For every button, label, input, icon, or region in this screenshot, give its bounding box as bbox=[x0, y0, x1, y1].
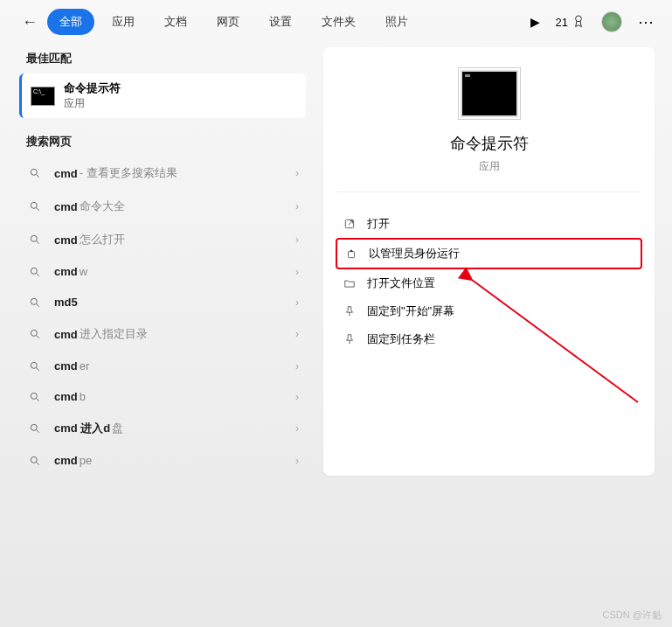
svg-point-17 bbox=[31, 424, 37, 430]
svg-line-4 bbox=[37, 208, 39, 211]
suggestion-6[interactable]: cmder › bbox=[17, 351, 306, 381]
svg-line-12 bbox=[37, 336, 39, 338]
best-match-header: 最佳匹配 bbox=[17, 44, 306, 73]
suggestion-9[interactable]: cmdpe › bbox=[17, 445, 306, 476]
svg-point-0 bbox=[576, 16, 582, 22]
svg-line-2 bbox=[37, 175, 39, 178]
svg-rect-22 bbox=[349, 252, 355, 258]
search-web-header: 搜索网页 bbox=[17, 127, 306, 157]
user-avatar[interactable] bbox=[601, 11, 622, 32]
action-pin[interactable]: 固定到"开始"屏幕 bbox=[336, 297, 642, 325]
svg-point-3 bbox=[31, 202, 37, 208]
action-label: 打开 bbox=[367, 216, 390, 232]
svg-point-15 bbox=[31, 393, 37, 399]
chevron-right-icon: › bbox=[295, 391, 299, 403]
header-right: ▶ 21 ⋯ bbox=[530, 11, 655, 32]
svg-line-18 bbox=[37, 430, 39, 433]
action-open[interactable]: 打开 bbox=[336, 210, 642, 238]
suggestion-label: cmd bbox=[54, 328, 78, 341]
chevron-right-icon: › bbox=[295, 360, 299, 373]
admin-icon bbox=[344, 247, 358, 260]
medal-icon bbox=[572, 14, 585, 31]
back-button[interactable]: ← bbox=[17, 13, 42, 31]
chevron-right-icon: › bbox=[295, 167, 299, 179]
suggestion-0[interactable]: cmd - 查看更多搜索结果 › bbox=[17, 157, 306, 190]
search-icon bbox=[28, 455, 42, 467]
chevron-right-icon: › bbox=[295, 328, 299, 340]
pin-icon bbox=[343, 333, 357, 345]
preview-subtitle: 应用 bbox=[336, 159, 642, 174]
search-icon bbox=[28, 328, 42, 340]
svg-point-1 bbox=[31, 169, 37, 175]
chevron-right-icon: › bbox=[295, 266, 299, 278]
preview-panel: 命令提示符 应用 打开 以管理员身份运行 打开文件位置 固定到"开始"屏幕 固定… bbox=[323, 47, 655, 476]
suggestion-3[interactable]: cmdw › bbox=[17, 256, 306, 287]
more-icon[interactable]: ⋯ bbox=[638, 12, 655, 31]
suggestion-label: cmd bbox=[54, 359, 78, 373]
search-icon bbox=[28, 200, 42, 212]
action-label: 固定到任务栏 bbox=[367, 331, 435, 347]
pin-icon bbox=[343, 305, 357, 317]
suggestion-label: cmd bbox=[54, 390, 78, 403]
folder-icon bbox=[343, 277, 357, 289]
svg-line-16 bbox=[37, 398, 39, 401]
best-match-title: 命令提示符 bbox=[64, 80, 121, 96]
svg-point-9 bbox=[31, 298, 37, 304]
svg-line-20 bbox=[37, 462, 39, 464]
suggestion-2[interactable]: cmd怎么打开 › bbox=[17, 223, 306, 256]
header-bar: ←全部应用文档网页设置文件夹照片 ▶ 21 ⋯ bbox=[0, 0, 672, 44]
chevron-right-icon: › bbox=[295, 233, 299, 246]
cmd-app-icon bbox=[31, 87, 55, 106]
rewards-count[interactable]: 21 bbox=[556, 14, 585, 31]
divider bbox=[337, 192, 641, 192]
suggestion-1[interactable]: cmd命令大全 › bbox=[17, 190, 306, 223]
play-icon[interactable]: ▶ bbox=[530, 15, 540, 29]
search-icon bbox=[28, 360, 42, 373]
action-label: 打开文件位置 bbox=[367, 275, 435, 291]
svg-point-5 bbox=[31, 235, 37, 241]
suggestion-label: cmd bbox=[54, 454, 78, 467]
search-icon bbox=[28, 296, 42, 309]
suggestion-label: cmd 进入d bbox=[54, 421, 110, 436]
chevron-right-icon: › bbox=[295, 455, 299, 467]
svg-point-19 bbox=[31, 456, 37, 463]
search-icon bbox=[28, 167, 42, 179]
action-label: 固定到"开始"屏幕 bbox=[367, 303, 454, 319]
svg-point-13 bbox=[31, 362, 37, 368]
search-icon bbox=[28, 233, 42, 246]
svg-line-6 bbox=[37, 241, 39, 244]
chevron-right-icon: › bbox=[295, 200, 299, 212]
suggestion-label: cmd bbox=[54, 233, 78, 247]
tab-3[interactable]: 网页 bbox=[204, 9, 252, 35]
tab-5[interactable]: 文件夹 bbox=[309, 9, 368, 35]
svg-line-14 bbox=[37, 367, 39, 370]
watermark: CSDN @许魁 bbox=[603, 609, 662, 622]
action-folder[interactable]: 打开文件位置 bbox=[336, 269, 642, 297]
suggestion-label: md5 bbox=[54, 296, 78, 309]
suggestion-label: cmd bbox=[54, 167, 78, 180]
svg-point-11 bbox=[31, 330, 37, 336]
suggestion-label: cmd bbox=[54, 200, 78, 213]
tab-4[interactable]: 设置 bbox=[257, 9, 304, 35]
suggestion-8[interactable]: cmd 进入d盘 › bbox=[17, 412, 306, 445]
search-icon bbox=[28, 266, 42, 278]
tab-6[interactable]: 照片 bbox=[373, 9, 420, 35]
search-icon bbox=[28, 422, 42, 435]
tab-1[interactable]: 应用 bbox=[100, 9, 147, 35]
best-match-item[interactable]: 命令提示符 应用 bbox=[19, 73, 306, 118]
action-pin[interactable]: 固定到任务栏 bbox=[336, 325, 642, 353]
preview-app-icon bbox=[461, 70, 518, 117]
svg-line-10 bbox=[37, 303, 39, 306]
tab-2[interactable]: 文档 bbox=[152, 9, 199, 35]
suggestion-5[interactable]: cmd进入指定目录 › bbox=[17, 317, 306, 351]
action-label: 以管理员身份运行 bbox=[369, 246, 460, 261]
search-icon bbox=[28, 391, 42, 403]
tab-0[interactable]: 全部 bbox=[47, 9, 94, 35]
results-panel: 最佳匹配 命令提示符 应用 搜索网页 cmd - 查看更多搜索结果 › cmd命… bbox=[17, 44, 306, 476]
suggestion-label: cmd bbox=[54, 265, 78, 278]
chevron-right-icon: › bbox=[295, 296, 299, 309]
suggestion-7[interactable]: cmdb › bbox=[17, 381, 306, 412]
suggestion-4[interactable]: md5 › bbox=[17, 287, 306, 317]
action-admin[interactable]: 以管理员身份运行 bbox=[336, 238, 642, 269]
preview-title: 命令提示符 bbox=[336, 133, 642, 154]
